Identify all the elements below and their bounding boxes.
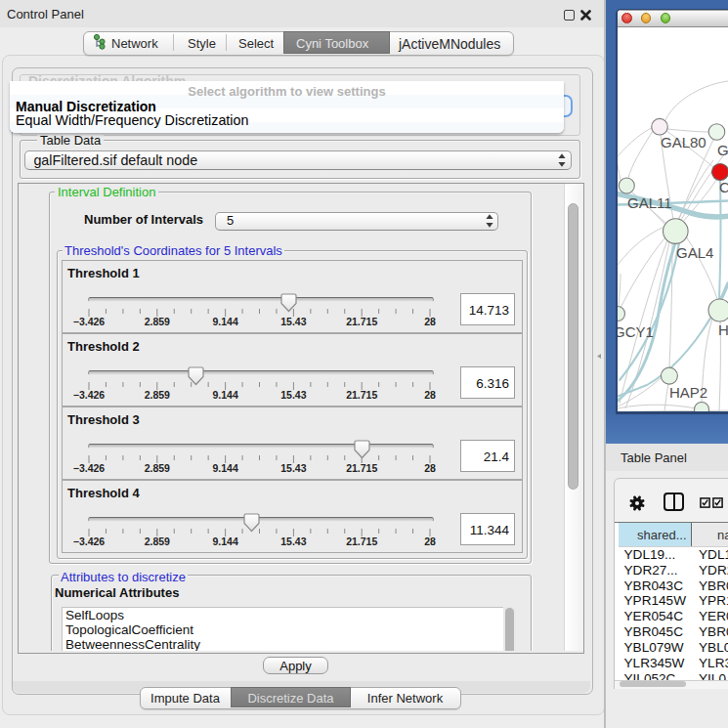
svg-text:GCY1: GCY1 — [618, 323, 654, 340]
svg-text:C: C — [719, 179, 728, 195]
svg-text:GA: GA — [717, 142, 728, 158]
svg-text:GAL80: GAL80 — [661, 134, 707, 150]
svg-text:GAL11: GAL11 — [627, 194, 672, 211]
svg-text:GAL4: GAL4 — [676, 244, 713, 261]
svg-text:H: H — [718, 321, 728, 338]
svg-text:HAP2: HAP2 — [669, 384, 707, 401]
